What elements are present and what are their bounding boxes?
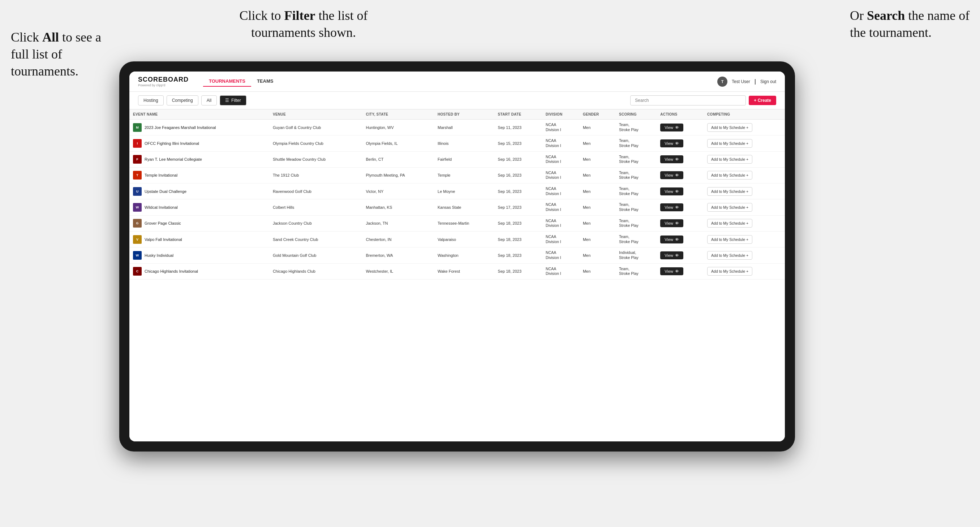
- view-button[interactable]: View 👁: [660, 203, 683, 211]
- venue-cell: Ravenwood Golf Club: [269, 184, 363, 199]
- view-button[interactable]: View 👁: [660, 219, 683, 227]
- city-state-cell: Manhattan, KS: [363, 199, 434, 215]
- scoring-cell: Team,Stroke Play: [616, 199, 657, 215]
- competing-cell: Add to My Schedule +: [703, 215, 785, 231]
- sign-out-link[interactable]: Sign out: [760, 79, 776, 84]
- tablet-screen: SCOREBOARD Powered by clipp'd TOURNAMENT…: [129, 71, 785, 441]
- start-date-cell: Sep 15, 2023: [494, 135, 542, 151]
- gender-cell: Men: [579, 119, 616, 135]
- add-to-schedule-button[interactable]: Add to My Schedule +: [707, 251, 752, 260]
- city-state-cell: Jackson, TN: [363, 215, 434, 231]
- column-header-competing: COMPETING: [703, 110, 785, 119]
- column-header-event-name: EVENT NAME: [129, 110, 269, 119]
- create-button[interactable]: + Create: [749, 96, 776, 105]
- view-button[interactable]: View 👁: [660, 267, 683, 275]
- scoring-cell: Team,Stroke Play: [616, 119, 657, 135]
- search-input[interactable]: [630, 95, 746, 105]
- view-button[interactable]: View 👁: [660, 235, 683, 243]
- column-header-venue: VENUE: [269, 110, 363, 119]
- main-nav: TOURNAMENTS TEAMS: [203, 76, 279, 87]
- add-to-schedule-button[interactable]: Add to My Schedule +: [707, 267, 752, 276]
- competing-cell: Add to My Schedule +: [703, 199, 785, 215]
- add-to-schedule-button[interactable]: Add to My Schedule +: [707, 171, 752, 179]
- event-name: Chicago Highlands Invitational: [145, 269, 198, 273]
- hosted-by-cell: Fairfield: [434, 151, 494, 167]
- scoring-cell: Team,Stroke Play: [616, 231, 657, 247]
- add-to-schedule-button[interactable]: Add to My Schedule +: [707, 139, 752, 148]
- actions-cell: View 👁: [657, 264, 703, 279]
- eye-icon: 👁: [675, 173, 679, 177]
- header-right: T Test User | Sign out: [717, 76, 776, 87]
- column-header-division: DIVISION: [542, 110, 579, 119]
- city-state-cell: Westchester, IL: [363, 264, 434, 279]
- add-to-schedule-button[interactable]: Add to My Schedule +: [707, 203, 752, 212]
- eye-icon: 👁: [675, 253, 679, 257]
- hosted-by-cell: Washington: [434, 248, 494, 264]
- table-row: T Temple Invitational The 1912 ClubPlymo…: [129, 167, 785, 183]
- eye-icon: 👁: [675, 141, 679, 146]
- all-tab-button[interactable]: All: [201, 95, 217, 105]
- actions-cell: View 👁: [657, 215, 703, 231]
- scoring-cell: Team,Stroke Play: [616, 264, 657, 279]
- division-cell: NCAADivision I: [542, 215, 579, 231]
- venue-cell: Colbert Hills: [269, 199, 363, 215]
- event-name: Ryan T. Lee Memorial Collegiate: [145, 157, 202, 162]
- add-to-schedule-button[interactable]: Add to My Schedule +: [707, 123, 752, 132]
- view-button[interactable]: View 👁: [660, 251, 683, 259]
- app-logo-sub: Powered by clipp'd: [138, 83, 189, 87]
- eye-icon: 👁: [675, 237, 679, 242]
- start-date-cell: Sep 16, 2023: [494, 167, 542, 183]
- column-header-scoring: SCORING: [616, 110, 657, 119]
- scoring-cell: Team,Stroke Play: [616, 215, 657, 231]
- scoring-cell: Individual,Stroke Play: [616, 248, 657, 264]
- view-button[interactable]: View 👁: [660, 155, 683, 163]
- filter-label: Filter: [231, 98, 241, 103]
- team-logo: V: [133, 235, 142, 244]
- nav-tab-teams[interactable]: TEAMS: [251, 76, 279, 87]
- division-cell: NCAADivision I: [542, 231, 579, 247]
- event-name-cell: F Ryan T. Lee Memorial Collegiate: [129, 151, 269, 167]
- gender-cell: Men: [579, 199, 616, 215]
- view-button[interactable]: View 👁: [660, 187, 683, 195]
- tournaments-table: EVENT NAMEVENUECITY, STATEHOSTED BYSTART…: [129, 110, 785, 279]
- view-button[interactable]: View 👁: [660, 140, 683, 148]
- hosted-by-cell: Wake Forest: [434, 264, 494, 279]
- competing-cell: Add to My Schedule +: [703, 167, 785, 183]
- event-name-cell: U Upstate Dual Challenge: [129, 184, 269, 199]
- add-to-schedule-button[interactable]: Add to My Schedule +: [707, 155, 752, 163]
- competing-tab-button[interactable]: Competing: [167, 95, 198, 105]
- eye-icon: 👁: [675, 269, 679, 273]
- actions-cell: View 👁: [657, 119, 703, 135]
- header-separator: |: [754, 78, 756, 85]
- event-name: 2023 Joe Feaganes Marshall Invitational: [145, 125, 216, 130]
- competing-cell: Add to My Schedule +: [703, 264, 785, 279]
- add-to-schedule-button[interactable]: Add to My Schedule +: [707, 187, 752, 196]
- city-state-cell: Chesterton, IN: [363, 231, 434, 247]
- eye-icon: 👁: [675, 205, 679, 210]
- add-to-schedule-button[interactable]: Add to My Schedule +: [707, 235, 752, 244]
- nav-tab-tournaments[interactable]: TOURNAMENTS: [203, 76, 251, 87]
- column-header-hosted-by: HOSTED BY: [434, 110, 494, 119]
- view-button[interactable]: View 👁: [660, 124, 683, 132]
- gender-cell: Men: [579, 184, 616, 199]
- gender-cell: Men: [579, 248, 616, 264]
- filter-button[interactable]: ☰ Filter: [220, 95, 247, 105]
- table-row: W Husky Individual Gold Mountain Golf Cl…: [129, 248, 785, 264]
- start-date-cell: Sep 16, 2023: [494, 151, 542, 167]
- scoring-cell: Team,Stroke Play: [616, 135, 657, 151]
- hosted-by-cell: Tennessee-Martin: [434, 215, 494, 231]
- add-to-schedule-button[interactable]: Add to My Schedule +: [707, 219, 752, 227]
- city-state-cell: Olympia Fields, IL: [363, 135, 434, 151]
- column-header-start-date: START DATE: [494, 110, 542, 119]
- event-name-cell: G Grover Page Classic: [129, 215, 269, 231]
- event-name-cell: W Wildcat Invitational: [129, 199, 269, 215]
- hosted-by-cell: Marshall: [434, 119, 494, 135]
- competing-cell: Add to My Schedule +: [703, 231, 785, 247]
- user-avatar: T: [717, 76, 727, 87]
- event-name: Upstate Dual Challenge: [145, 189, 186, 194]
- event-name: Valpo Fall Invitational: [145, 237, 182, 242]
- eye-icon: 👁: [675, 189, 679, 194]
- view-button[interactable]: View 👁: [660, 171, 683, 179]
- hosting-tab-button[interactable]: Hosting: [138, 95, 164, 105]
- tournaments-table-container[interactable]: EVENT NAMEVENUECITY, STATEHOSTED BYSTART…: [129, 110, 785, 441]
